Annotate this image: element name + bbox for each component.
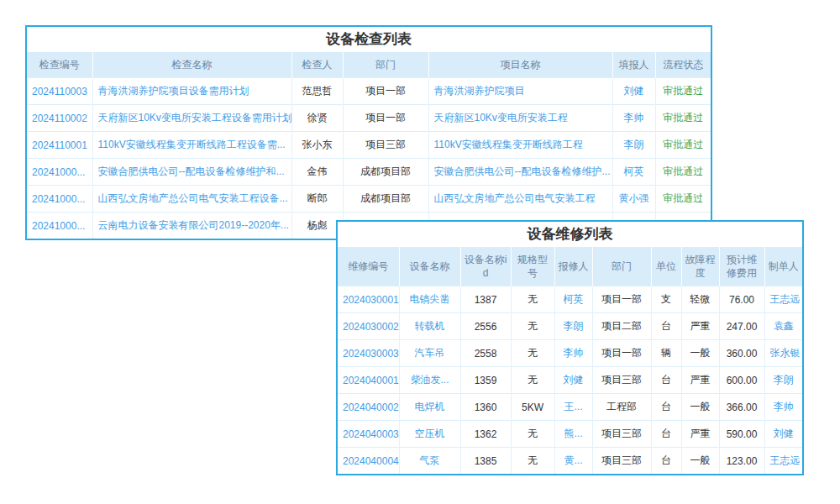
column-header-project-name: 项目名称 (428, 52, 612, 78)
cell-repair-id[interactable]: 2024040003 (338, 421, 399, 448)
cell-unit: 台 (651, 421, 681, 448)
cell-repair-id[interactable]: 2024040001 (338, 367, 399, 394)
cell-equipment-name[interactable]: 电镐尖凿 (399, 286, 460, 313)
column-header-spec-model: 规格型号 (511, 247, 554, 286)
cell-inspection-id[interactable]: 2024110002 (27, 105, 92, 132)
table-row: 2024040001柴油发...1359无刘健项目三部台严重600.00李朗 (338, 367, 802, 394)
column-header-estimated-cost: 预计维修费用 (719, 247, 764, 286)
cell-creator[interactable]: 刘健 (764, 421, 802, 448)
cell-estimated-cost: 366.00 (719, 394, 764, 421)
column-header-creator: 制单人 (764, 247, 802, 286)
cell-equipment-name[interactable]: 汽车吊 (399, 340, 460, 367)
cell-equipment-name[interactable]: 柴油发... (399, 367, 460, 394)
repair-table-body: 2024030001电镐尖凿1387无柯英项目一部支轻微76.00王志远2024… (338, 286, 802, 475)
cell-repair-id[interactable]: 2024030002 (338, 313, 399, 340)
cell-project-name[interactable]: 安徽合肥供电公司--配电设备检修维护... (428, 159, 612, 186)
cell-repair-reporter[interactable]: 李朗 (554, 313, 592, 340)
cell-repair-reporter[interactable]: 李帅 (554, 340, 592, 367)
cell-equipment-id: 1360 (460, 394, 511, 421)
cell-reporter[interactable]: 柯英 (612, 159, 655, 186)
table-row: 2024040003空压机1362无熊...项目三部台严重590.00刘健 (338, 421, 802, 448)
cell-department: 项目一部 (592, 286, 651, 313)
table-row: 2024030001电镐尖凿1387无柯英项目一部支轻微76.00王志远 (338, 286, 802, 313)
cell-repair-reporter[interactable]: 熊... (554, 421, 592, 448)
cell-fault-level: 一般 (681, 340, 719, 367)
cell-inspection-name[interactable]: 山西弘文房地产总公司电气安装工程设备... (92, 186, 291, 213)
cell-estimated-cost: 360.00 (719, 340, 764, 367)
cell-spec-model: 无 (511, 313, 554, 340)
cell-flow-status: 审批通过 (655, 105, 711, 132)
cell-equipment-name[interactable]: 气泵 (399, 448, 460, 475)
cell-department: 项目一部 (592, 340, 651, 367)
cell-inspection-name[interactable]: 青海洪湖养护院项目设备需用计划 (92, 78, 291, 105)
cell-inspector: 范思哲 (291, 78, 343, 105)
cell-creator[interactable]: 王志远 (764, 448, 802, 475)
cell-department: 项目三部 (343, 132, 428, 159)
column-header-department: 部门 (592, 247, 651, 286)
cell-fault-level: 一般 (681, 448, 719, 475)
cell-creator[interactable]: 张永银 (764, 340, 802, 367)
cell-department: 项目一部 (343, 78, 428, 105)
table-row: 2024040002电焊机13605KW王...工程部台一般366.00李帅 (338, 394, 802, 421)
table-row: 20241000...山西弘文房地产总公司电气安装工程设备...断郎成都项目部山… (27, 186, 711, 213)
cell-reporter[interactable]: 刘健 (612, 78, 655, 105)
cell-flow-status: 审批通过 (655, 159, 711, 186)
cell-equipment-name[interactable]: 空压机 (399, 421, 460, 448)
column-header-department: 部门 (343, 52, 428, 78)
column-header-fault-level: 故障程度 (681, 247, 719, 286)
cell-project-name[interactable]: 青海洪湖养护院项目 (428, 78, 612, 105)
cell-unit: 台 (651, 394, 681, 421)
cell-estimated-cost: 76.00 (719, 286, 764, 313)
cell-repair-reporter[interactable]: 黄... (554, 448, 592, 475)
cell-creator[interactable]: 袁鑫 (764, 313, 802, 340)
cell-fault-level: 严重 (681, 367, 719, 394)
cell-repair-reporter[interactable]: 王... (554, 394, 592, 421)
cell-project-name[interactable]: 110kV安徽线程集变开断线路工程 (428, 132, 612, 159)
cell-repair-id[interactable]: 2024030001 (338, 286, 399, 313)
inspection-table-title: 设备检查列表 (27, 27, 711, 52)
cell-creator[interactable]: 王志远 (764, 286, 802, 313)
cell-reporter[interactable]: 李帅 (612, 105, 655, 132)
cell-equipment-name[interactable]: 转载机 (399, 313, 460, 340)
cell-inspection-name[interactable]: 安徽合肥供电公司--配电设备检修维护和... (92, 159, 291, 186)
cell-flow-status: 审批通过 (655, 186, 711, 213)
table-row: 2024030003汽车吊2558无李帅项目一部辆一般360.00张永银 (338, 340, 802, 367)
cell-equipment-id: 1385 (460, 448, 511, 475)
cell-project-name[interactable]: 山西弘文房地产总公司电气安装工程 (428, 186, 612, 213)
cell-inspection-name[interactable]: 云南电力设备安装有限公司2019--2020年... (92, 213, 291, 239)
cell-equipment-id: 2556 (460, 313, 511, 340)
cell-repair-id[interactable]: 2024040004 (338, 448, 399, 475)
cell-reporter[interactable]: 李朗 (612, 132, 655, 159)
cell-repair-reporter[interactable]: 刘健 (554, 367, 592, 394)
column-header-unit: 单位 (651, 247, 681, 286)
cell-repair-id[interactable]: 2024040002 (338, 394, 399, 421)
cell-equipment-id: 1387 (460, 286, 511, 313)
repair-header-row: 维修编号 设备名称 设备名称id 规格型号 报修人 部门 单位 故障程度 预计维… (338, 247, 802, 286)
cell-fault-level: 严重 (681, 313, 719, 340)
cell-department: 成都项目部 (343, 159, 428, 186)
cell-project-name[interactable]: 天府新区10Kv变电所安装工程 (428, 105, 612, 132)
cell-inspection-id[interactable]: 20241000... (27, 213, 92, 239)
column-header-equipment-name: 设备名称 (399, 247, 460, 286)
cell-inspection-id[interactable]: 2024110003 (27, 78, 92, 105)
cell-unit: 台 (651, 448, 681, 475)
cell-fault-level: 一般 (681, 394, 719, 421)
cell-estimated-cost: 590.00 (719, 421, 764, 448)
cell-creator[interactable]: 李朗 (764, 367, 802, 394)
cell-department: 项目三部 (592, 421, 651, 448)
cell-inspection-id[interactable]: 2024110001 (27, 132, 92, 159)
cell-inspection-name[interactable]: 110kV安徽线程集变开断线路工程设备需... (92, 132, 291, 159)
cell-inspection-name[interactable]: 天府新区10Kv变电所安装工程设备需用计划 (92, 105, 291, 132)
cell-spec-model: 无 (511, 367, 554, 394)
cell-creator[interactable]: 李帅 (764, 394, 802, 421)
cell-inspection-id[interactable]: 20241000... (27, 186, 92, 213)
inspection-table-card: 设备检查列表 检查编号 检查名称 检查人 部门 项目名称 填报人 流程状态 20… (25, 25, 712, 240)
cell-department: 成都项目部 (343, 186, 428, 213)
cell-equipment-name[interactable]: 电焊机 (399, 394, 460, 421)
cell-repair-id[interactable]: 2024030003 (338, 340, 399, 367)
cell-reporter[interactable]: 黄小强 (612, 186, 655, 213)
cell-inspection-id[interactable]: 20241000... (27, 159, 92, 186)
repair-table: 维修编号 设备名称 设备名称id 规格型号 报修人 部门 单位 故障程度 预计维… (338, 247, 802, 474)
cell-flow-status: 审批通过 (655, 78, 711, 105)
cell-repair-reporter[interactable]: 柯英 (554, 286, 592, 313)
